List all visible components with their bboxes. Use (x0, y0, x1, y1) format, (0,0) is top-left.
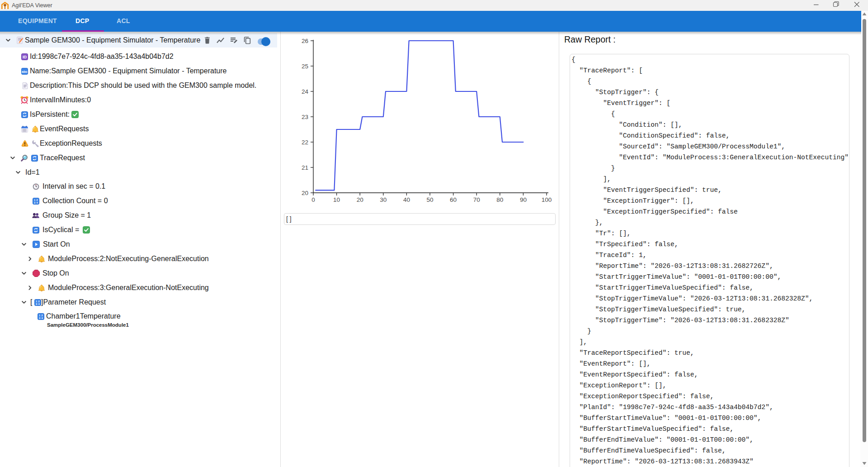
svg-text:80: 80 (496, 196, 503, 203)
svg-text:10: 10 (333, 196, 340, 203)
svg-text:25: 25 (302, 63, 308, 70)
svg-text:21: 21 (302, 164, 308, 171)
svg-text:3: 3 (36, 303, 37, 305)
svg-text:40: 40 (403, 196, 410, 203)
svg-text:70: 70 (473, 196, 480, 203)
svg-text:0: 0 (311, 196, 315, 203)
svg-text:3: 3 (34, 201, 35, 204)
svg-text:26: 26 (302, 38, 308, 44)
svg-text:ID: ID (23, 55, 27, 59)
svg-text:20: 20 (357, 196, 363, 203)
svg-text:20: 20 (302, 190, 308, 196)
svg-text:22: 22 (302, 139, 308, 146)
svg-text:23: 23 (302, 114, 308, 120)
svg-text:50: 50 (426, 196, 433, 203)
svg-text:90: 90 (520, 196, 527, 203)
svg-text:30: 30 (380, 196, 387, 203)
svg-text:abc: abc (22, 69, 28, 73)
svg-text:60: 60 (450, 196, 457, 203)
svg-text:100: 100 (542, 196, 552, 203)
svg-text:24: 24 (302, 88, 309, 95)
svg-text:3: 3 (39, 317, 40, 319)
